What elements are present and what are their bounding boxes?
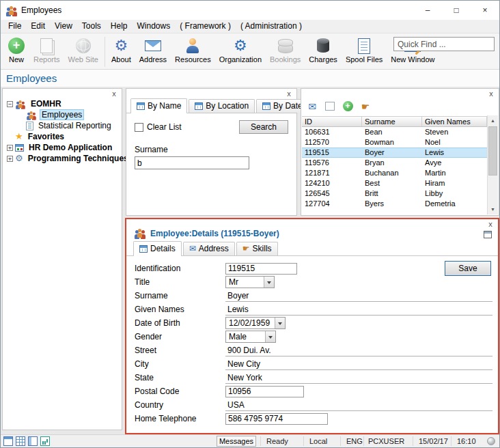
menu-help[interactable]: Help [106,20,133,33]
surname-search-input[interactable] [135,156,249,169]
menu-administration[interactable]: ( Administration ) [236,20,307,33]
given-names-input[interactable] [225,304,492,316]
scrollbar-thumb[interactable] [488,126,497,176]
window-layout-icon[interactable] [3,436,13,446]
search-button[interactable]: Search [239,120,288,134]
checkbox-box[interactable] [135,123,143,132]
menu-framework[interactable]: ( Framework ) [175,20,236,33]
grid-icon[interactable] [16,436,25,446]
menu-windows[interactable]: Windows [133,20,176,33]
app-window: Employees – □ × File Edit View Tools Hel… [0,0,500,448]
table-row[interactable]: 112570 Bowman Noel [302,137,487,148]
chevron-down-icon[interactable] [265,331,275,342]
surname-input[interactable] [225,290,492,302]
expand-icon[interactable]: + [7,156,13,162]
tree-item-favorites[interactable]: ★ Favorites [3,131,122,142]
city-input[interactable] [225,359,492,370]
tab-by-name[interactable]: By Name [130,98,187,113]
column-header-id[interactable]: ID [302,117,362,126]
gear-icon: ⚙ [15,154,23,163]
hand-icon[interactable]: ☛ [359,101,372,112]
tree-item-statistical-reporting[interactable]: Statistical Reporting [3,120,122,131]
tab-skills[interactable]: ☛ Skills [236,242,278,255]
tab-address[interactable]: ✉ Address [183,242,235,255]
search-body: Clear List Search Surname [126,113,296,169]
toolbar-about-label: About [111,55,131,64]
details-form: Save Identification Title Mr Surname [126,256,498,425]
toolbar-spoolfiles-button[interactable]: Spool Files [342,36,387,65]
mail-icon[interactable]: ✉ [306,101,318,112]
country-input[interactable] [225,400,492,411]
title-select[interactable]: Mr [225,276,275,288]
list-panel-close-icon[interactable]: x [486,89,496,99]
identification-input[interactable] [225,263,297,275]
tree-item-hr-demo-application[interactable]: + HR Demo Application [3,142,122,153]
tree-item-eomhr[interactable]: − EOMHR [3,98,122,109]
scroll-down-icon[interactable]: ▼ [488,204,498,214]
toolbar-charges-button[interactable]: Charges [305,36,342,65]
tab-by-location[interactable]: By Location [189,99,255,113]
quick-find-input[interactable] [393,37,495,51]
chevron-down-icon[interactable] [264,277,274,288]
toolbar-address-button[interactable]: Address [135,36,171,65]
toolbar-resources-button[interactable]: Resources [171,36,215,65]
bar-chart-icon[interactable] [40,436,50,446]
menu-tools[interactable]: Tools [77,20,106,33]
table-icon [137,102,145,110]
scroll-up-icon[interactable]: ▲ [488,115,498,126]
clear-list-checkbox[interactable]: Clear List [135,122,182,132]
table-row[interactable]: 119576 Bryan Avye [302,158,487,168]
toolbar-organization-button[interactable]: ⚙ Organization [215,36,266,65]
tree-item-programming-techniques[interactable]: + ⚙ Programming Techniques [3,153,122,164]
add-record-icon[interactable]: + [342,101,354,112]
split-panel-icon[interactable] [28,436,38,446]
date-of-birth-select[interactable]: 12/02/1959 [225,317,286,329]
employee-list-panel: x ✉ + ☛ ID Surname Given Names 106631 Be… [301,88,499,216]
save-button[interactable]: Save [445,261,491,276]
table-row[interactable]: 127704 Byers Demetria [302,199,487,209]
collapse-icon[interactable]: − [7,101,13,107]
menu-file[interactable]: File [3,20,26,33]
file-icon [358,38,370,54]
status-ball-icon [487,437,495,445]
gender-select[interactable]: Male [225,331,276,343]
maximize-button[interactable]: □ [442,1,471,20]
close-button[interactable]: × [471,1,499,20]
table-row[interactable]: 126545 Britt Libby [302,188,487,199]
new-plus-icon: + [8,38,25,54]
table-row[interactable]: 106631 Bean Steven [302,127,487,137]
column-header-given-names[interactable]: Given Names [422,117,487,126]
blank-document-icon[interactable] [324,101,336,112]
details-panel-close-icon[interactable]: x [486,220,495,229]
home-telephone-input[interactable] [225,413,328,425]
postal-code-input[interactable] [225,386,304,397]
toolbar-new-button[interactable]: + New [3,36,29,65]
table-row-selected[interactable]: 119515 Boyer Lewis [302,148,487,158]
street-input[interactable] [225,345,492,356]
menu-view[interactable]: View [50,20,77,33]
table-row[interactable]: 124210 Best Hiram [302,178,487,188]
tree-panel-close-icon[interactable]: x [109,89,119,99]
menu-edit[interactable]: Edit [26,20,50,33]
about-gear-icon: ⚙ [114,38,128,54]
column-header-surname[interactable]: Surname [362,117,422,126]
toolbar-website-button[interactable]: Web Site [64,36,102,65]
tab-details[interactable]: Details [133,241,182,256]
expand-icon[interactable]: + [7,145,13,151]
search-panel-close-icon[interactable]: x [284,89,294,99]
tree-item-employees[interactable]: Employees [3,109,122,120]
title-label: Title [135,277,225,287]
toolbar: + New Reports Web Site ⚙ About Address R… [1,33,499,70]
messages-button[interactable]: Messages [217,436,256,447]
toolbar-about-button[interactable]: ⚙ About [107,36,135,65]
table-row[interactable]: 121871 Buchanan Martin [302,168,487,178]
vertical-scrollbar[interactable]: ▲ ▼ [487,115,498,214]
people-group-icon [16,100,25,109]
toolbar-reports-button[interactable]: Reports [29,36,64,65]
details-panel-maximize-icon[interactable] [484,231,492,238]
status-language: ENG [346,437,363,445]
state-input[interactable] [225,372,492,384]
toolbar-bookings-button[interactable]: Bookings [266,36,305,65]
chevron-down-icon[interactable] [275,318,285,328]
minimize-button[interactable]: – [413,1,442,20]
